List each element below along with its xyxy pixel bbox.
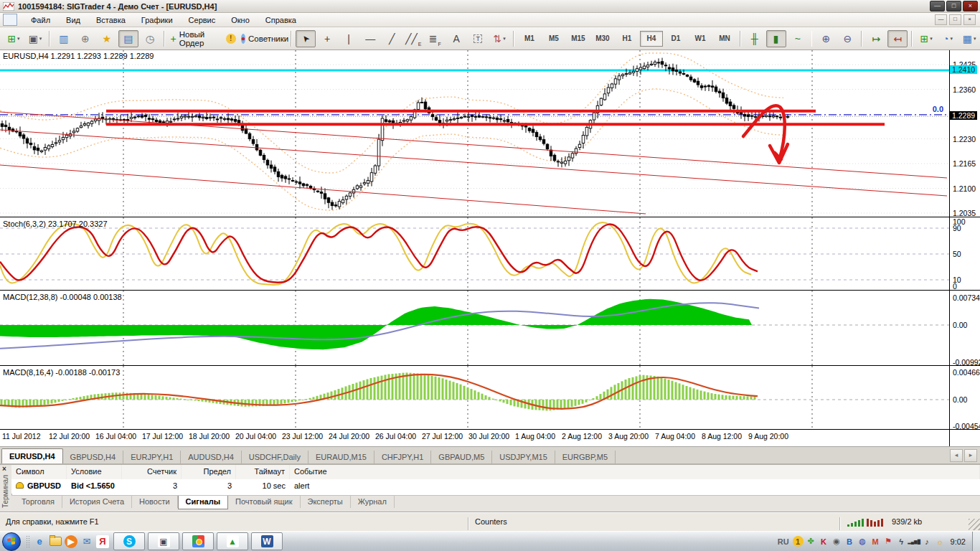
fibonacci-tool-button[interactable]: ≣F — [425, 30, 445, 47]
kaspersky-tray-icon[interactable]: K — [819, 536, 829, 547]
camera-tray-icon[interactable]: ◉ — [831, 536, 842, 547]
tabs-scroll-left-button[interactable]: ◂ — [950, 449, 963, 462]
new-order-button[interactable]: +Новый Ордер — [169, 30, 220, 47]
bar-chart-type-button[interactable]: ╫ — [745, 30, 765, 47]
skype-taskbar-button[interactable]: S — [113, 532, 145, 550]
terminal-tab-5[interactable]: Эксперты — [301, 496, 351, 508]
terminal-column-header-2[interactable]: Счетчик — [122, 465, 182, 479]
timeframe-m15-button[interactable]: M15 — [567, 31, 590, 47]
terminal-tab-2[interactable]: Новости — [132, 496, 178, 508]
alert-event-cell[interactable]: alert — [290, 479, 980, 494]
alerts-button[interactable]: ! — [221, 30, 241, 47]
chart-profiles-button[interactable]: ▣▾ — [25, 30, 45, 47]
messenger-tray-icon[interactable]: ◍ — [857, 536, 868, 547]
tabs-scroll-right-button[interactable]: ▸ — [964, 449, 977, 462]
clock[interactable]: 9:02 — [951, 537, 966, 546]
media-player-icon[interactable]: ▶ — [65, 535, 77, 548]
alert-timeout-cell[interactable]: 10 sec — [236, 479, 290, 494]
text-label-tool-button[interactable]: T — [468, 30, 488, 47]
periods-button[interactable]: ◔▾ — [938, 30, 958, 47]
chart-tab-0[interactable]: EURUSD,H4 — [1, 448, 63, 463]
start-button[interactable] — [2, 532, 21, 551]
mdi-close-button[interactable]: × — [963, 14, 976, 25]
mail-icon[interactable]: ✉ — [80, 535, 93, 548]
terminal-column-header-5[interactable]: Событие — [290, 465, 980, 479]
alert-limit-cell[interactable]: 3 — [182, 479, 236, 494]
resize-grip[interactable] — [969, 519, 980, 530]
terminal-column-header-0[interactable]: Символ — [11, 465, 67, 479]
terminal-column-header-4[interactable]: Таймаут — [236, 465, 290, 479]
title-bar[interactable]: 1001594184: SIGTrader 4 - Демо Счет - [E… — [0, 0, 980, 13]
pane-separator[interactable] — [0, 217, 980, 217]
timeframe-m5-button[interactable]: M5 — [542, 31, 565, 47]
chart-tab-7[interactable]: GBPAUD,M5 — [431, 451, 492, 463]
show-desktop-button[interactable] — [972, 532, 980, 551]
word-taskbar-button[interactable]: W — [251, 532, 283, 550]
menu-item-2[interactable]: Вставка — [88, 14, 133, 26]
terminal-column-header-3[interactable]: Предел — [182, 465, 236, 479]
favorites-button[interactable]: ★ — [97, 30, 117, 47]
new-chart-button[interactable]: ⊞▾ — [4, 30, 24, 47]
fibo-level-label[interactable]: 0.0 — [933, 105, 943, 113]
timeframe-m30-button[interactable]: M30 — [591, 31, 614, 47]
terminal-tab-3[interactable]: Сигналы — [178, 496, 228, 509]
chart-window[interactable]: EURUSD,H4 1.2291 1.2293 1.2289 1.2289 St… — [0, 50, 980, 446]
language-indicator[interactable]: RU — [778, 537, 789, 546]
alert-counter-cell[interactable]: 3 — [122, 479, 182, 494]
close-button[interactable]: × — [963, 1, 978, 11]
vertical-line-tool-button[interactable]: | — [339, 30, 359, 47]
trendline-tool-button[interactable]: ╱ — [382, 30, 402, 47]
yandex-icon[interactable]: Я — [96, 535, 109, 548]
update-tray-icon[interactable]: 1 — [793, 536, 804, 547]
cursor-tool-button[interactable]: ➤ — [296, 30, 316, 47]
crosshair-tool-button[interactable]: + — [317, 30, 337, 47]
data-center-button[interactable]: ⊕ — [75, 30, 95, 47]
timeframe-d1-button[interactable]: D1 — [664, 31, 687, 47]
app-window-taskbar-button[interactable]: ▣ — [148, 532, 179, 550]
menu-item-3[interactable]: Графики — [133, 14, 181, 26]
menu-item-4[interactable]: Сервис — [181, 14, 224, 26]
text-tool-button[interactable]: A — [446, 30, 466, 47]
icq-tray-icon[interactable]: ✤ — [806, 536, 816, 547]
strategy-tester-button[interactable]: ◷ — [140, 30, 160, 47]
alert-condition-cell[interactable]: Bid <1.5650 — [67, 479, 122, 494]
pane-separator[interactable] — [0, 290, 980, 291]
bluetooth-tray-icon[interactable]: B — [844, 536, 855, 547]
timeframe-h1-button[interactable]: H1 — [616, 31, 639, 47]
chart-tab-8[interactable]: USDJPY,M15 — [492, 451, 555, 463]
action-center-tray-icon[interactable]: ⚑ — [883, 536, 894, 547]
menu-item-0[interactable]: Файл — [23, 14, 58, 26]
timeframe-h4-button[interactable]: H4 — [640, 31, 663, 47]
terminal-tab-6[interactable]: Журнал — [351, 496, 395, 508]
candlestick-chart-type-button[interactable]: ▮ — [766, 30, 786, 47]
mdi-minimize-button[interactable]: — — [935, 14, 947, 25]
horizontal-line-tool-button[interactable]: — — [360, 30, 380, 47]
terminal-alert-row[interactable]: GBPUSDBid <1.56503310 secalert — [11, 479, 980, 494]
explorer-folder-icon[interactable] — [49, 535, 62, 548]
data-window-button[interactable]: ▤ — [118, 30, 138, 47]
terminal-tab-0[interactable]: Торговля — [14, 496, 62, 508]
chart-shift-button[interactable]: ↤ — [887, 30, 908, 47]
trader-taskbar-button[interactable]: ▲ — [217, 532, 248, 550]
arrows-tool-button[interactable]: ⇅▾ — [489, 30, 509, 47]
chart-tab-2[interactable]: EURJPY,H1 — [123, 451, 181, 463]
line-chart-type-button[interactable]: ~ — [788, 30, 808, 47]
market-watch-button[interactable]: ▥ — [54, 30, 74, 47]
terminal-column-header-1[interactable]: Условие — [67, 465, 122, 479]
gmail-tray-icon[interactable]: M — [870, 536, 881, 547]
channel-tool-button[interactable]: ╱╱E — [403, 30, 423, 47]
terminal-close-icon[interactable]: × — [2, 465, 6, 473]
menu-item-5[interactable]: Окно — [223, 14, 258, 26]
timeframe-w1-button[interactable]: W1 — [689, 31, 712, 47]
pet-tray-icon[interactable]: ☼ — [935, 536, 946, 547]
network-tray-icon[interactable]: ▂▄▆█ — [909, 536, 920, 547]
auto-scroll-button[interactable]: ↦ — [866, 30, 886, 47]
terminal-tab-4[interactable]: Почтовый ящик — [228, 496, 300, 508]
quick-launch-grip[interactable] — [26, 535, 29, 548]
chart-tab-9[interactable]: EURGBP,M5 — [555, 451, 616, 463]
maximize-button[interactable]: □ — [946, 1, 961, 11]
chart-tab-3[interactable]: AUDUSD,H4 — [181, 451, 242, 463]
chart-tab-4[interactable]: USDCHF,Daily — [242, 451, 308, 463]
expert-advisors-button[interactable]: ●Советники — [242, 30, 288, 47]
zoom-out-button[interactable]: ⊖ — [837, 30, 857, 47]
